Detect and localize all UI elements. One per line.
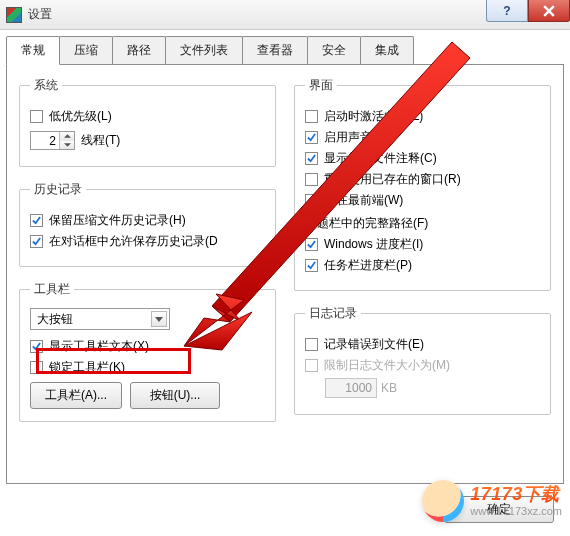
label-show-comments: 显示压缩文件注释(C) (324, 150, 437, 167)
spinner-threads[interactable]: 2 (30, 131, 75, 150)
svg-marker-0 (64, 135, 71, 139)
svg-marker-2 (155, 317, 163, 322)
checkbox-log-errors[interactable] (305, 338, 318, 351)
label-wizard-on-start: 启动时激活向导(Z) (324, 108, 423, 125)
group-system-legend: 系统 (30, 77, 62, 94)
checkbox-taskbar-progress[interactable] (305, 259, 318, 272)
label-always-on-top: 总在最前端(W) (324, 192, 403, 209)
checkbox-always-on-top[interactable] (305, 194, 318, 207)
watermark-mascot-icon (422, 480, 464, 522)
label-allow-dialog-history: 在对话框中允许保存历史记录(D (49, 233, 218, 250)
input-log-size: 1000 (325, 378, 377, 398)
spinner-up-icon[interactable] (60, 132, 74, 141)
label-low-priority: 低优先级(L) (49, 108, 112, 125)
label-enable-sound: 启用声音(S) (324, 129, 388, 146)
tab-panel-general: 系统 低优先级(L) 2 线程(T) (6, 64, 564, 484)
label-reuse-window: 重复使用已存在的窗口(R) (324, 171, 461, 188)
checkbox-enable-sound[interactable] (305, 131, 318, 144)
button-buttons[interactable]: 按钮(U)... (130, 382, 220, 409)
group-system: 系统 低优先级(L) 2 线程(T) (19, 77, 276, 167)
tab-paths[interactable]: 路径 (112, 36, 166, 64)
close-icon (543, 5, 555, 17)
tab-strip: 常规 压缩 路径 文件列表 查看器 安全 集成 (0, 30, 570, 64)
label-full-path-title: 标题栏中的完整路径(F) (305, 215, 428, 232)
chevron-down-icon (151, 311, 167, 327)
group-interface: 界面 启动时激活向导(Z) 启用声音(S) 显示压缩文件注释(C) (294, 77, 551, 291)
select-toolbar-style[interactable]: 大按钮 (30, 308, 170, 330)
window-title: 设置 (28, 6, 52, 23)
watermark-url: www.17173xz.com (470, 505, 562, 518)
spinner-threads-value: 2 (31, 132, 59, 149)
checkbox-low-priority[interactable] (30, 110, 43, 123)
checkbox-lock-toolbar[interactable] (30, 361, 43, 374)
tab-compress[interactable]: 压缩 (59, 36, 113, 64)
tab-security[interactable]: 安全 (307, 36, 361, 64)
button-toolbars[interactable]: 工具栏(A)... (30, 382, 122, 409)
checkbox-show-comments[interactable] (305, 152, 318, 165)
svg-marker-1 (64, 143, 71, 147)
tab-integration[interactable]: 集成 (360, 36, 414, 64)
question-icon: ? (503, 4, 510, 18)
label-windows-progress: Windows 进度栏(I) (324, 236, 423, 253)
checkbox-allow-dialog-history[interactable] (30, 235, 43, 248)
tab-general[interactable]: 常规 (6, 36, 60, 65)
close-button[interactable] (528, 0, 570, 22)
label-taskbar-progress: 任务栏进度栏(P) (324, 257, 412, 274)
checkbox-show-toolbar-text[interactable] (30, 340, 43, 353)
group-toolbar-legend: 工具栏 (30, 281, 74, 298)
watermark: 17173下载 www.17173xz.com (422, 480, 562, 522)
group-interface-legend: 界面 (305, 77, 337, 94)
checkbox-wizard-on-start[interactable] (305, 110, 318, 123)
checkbox-reuse-window[interactable] (305, 173, 318, 186)
label-log-errors: 记录错误到文件(E) (324, 336, 424, 353)
app-icon (6, 7, 22, 23)
label-keep-archive-history: 保留压缩文件历史记录(H) (49, 212, 186, 229)
tab-viewer[interactable]: 查看器 (242, 36, 308, 64)
label-limit-log-size: 限制日志文件大小为(M) (324, 357, 450, 374)
group-history: 历史记录 保留压缩文件历史记录(H) 在对话框中允许保存历史记录(D (19, 181, 276, 267)
group-log-legend: 日志记录 (305, 305, 361, 322)
watermark-brand: 17173下载 (470, 484, 562, 505)
checkbox-limit-log-size (305, 359, 318, 372)
tab-filelist[interactable]: 文件列表 (165, 36, 243, 64)
group-log: 日志记录 记录错误到文件(E) 限制日志文件大小为(M) 1000 KB (294, 305, 551, 415)
title-bar: 设置 ? (0, 0, 570, 30)
checkbox-keep-archive-history[interactable] (30, 214, 43, 227)
label-lock-toolbar: 锁定工具栏(K) (49, 359, 125, 376)
group-toolbar: 工具栏 大按钮 显示工具栏文本(X) 锁定工具栏(K) 工具栏(A).. (19, 281, 276, 422)
label-log-size-unit: KB (381, 381, 397, 395)
label-threads: 线程(T) (81, 132, 120, 149)
checkbox-windows-progress[interactable] (305, 238, 318, 251)
label-show-toolbar-text: 显示工具栏文本(X) (49, 338, 149, 355)
spinner-down-icon[interactable] (60, 141, 74, 150)
select-toolbar-style-value: 大按钮 (37, 311, 73, 328)
help-button[interactable]: ? (486, 0, 528, 22)
group-history-legend: 历史记录 (30, 181, 86, 198)
